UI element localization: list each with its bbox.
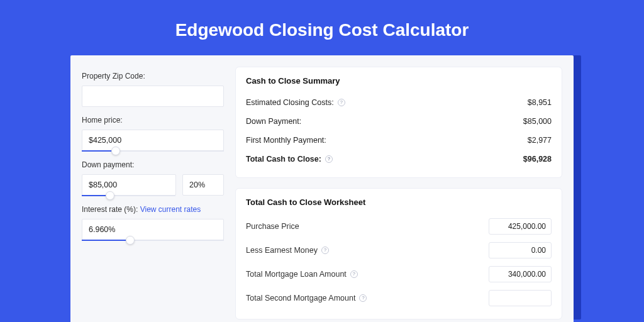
worksheet-row-input[interactable]	[489, 290, 552, 306]
worksheet-row-label: Total Mortgage Loan Amount	[246, 270, 347, 279]
summary-title: Cash to Close Summary	[246, 76, 552, 86]
zip-field: Property Zip Code:	[82, 72, 224, 107]
worksheet-title: Total Cash to Close Worksheet	[246, 197, 552, 207]
worksheet-row-purchase-price: Purchase Price	[246, 214, 552, 238]
summary-card: Cash to Close Summary Estimated Closing …	[235, 67, 562, 178]
down-payment-label: Down payment:	[82, 160, 224, 169]
zip-label: Property Zip Code:	[82, 72, 224, 80]
down-payment-field: Down payment:	[82, 160, 224, 196]
down-payment-slider[interactable]	[82, 195, 175, 196]
summary-row-down-payment: Down Payment: $85,000	[246, 112, 552, 131]
slider-progress	[82, 240, 130, 241]
interest-rate-slider[interactable]	[82, 240, 224, 241]
help-icon[interactable]: ?	[325, 155, 333, 163]
summary-row-value: $2,977	[528, 136, 552, 145]
worksheet-card: Total Cash to Close Worksheet Purchase P…	[235, 188, 562, 319]
summary-row-label: Down Payment:	[246, 117, 301, 126]
home-price-slider[interactable]	[82, 150, 224, 152]
worksheet-row-earnest-money: Less Earnest Money ?	[246, 238, 552, 262]
home-price-field: Home price:	[82, 116, 224, 152]
worksheet-row-input[interactable]	[489, 242, 552, 258]
help-icon[interactable]: ?	[359, 294, 367, 302]
slider-thumb[interactable]	[106, 191, 114, 200]
help-icon[interactable]: ?	[350, 270, 358, 278]
home-price-input[interactable]	[82, 130, 224, 151]
slider-thumb[interactable]	[111, 147, 120, 155]
home-price-label: Home price:	[82, 116, 224, 125]
summary-row-label: Total Cash to Close:	[246, 155, 321, 164]
interest-rate-label-text: Interest rate (%):	[82, 205, 138, 214]
summary-row-value: $85,000	[523, 117, 552, 126]
slider-progress	[82, 150, 116, 152]
summary-row-first-payment: First Monthly Payment: $2,977	[246, 131, 552, 150]
page-title: Edgewood Closing Cost Calculator	[0, 0, 644, 55]
summary-row-value: $8,951	[528, 98, 552, 107]
summary-column: Cash to Close Summary Estimated Closing …	[235, 67, 562, 319]
summary-row-total: Total Cash to Close: ? $96,928	[246, 150, 552, 169]
down-payment-pct-input[interactable]	[182, 174, 224, 196]
calculator-wrapper: Property Zip Code: Home price: Down paym…	[70, 55, 574, 322]
worksheet-row-label: Purchase Price	[246, 222, 299, 231]
interest-rate-field: Interest rate (%): View current rates	[82, 205, 224, 241]
help-icon[interactable]: ?	[338, 99, 345, 106]
worksheet-row-label: Less Earnest Money	[246, 246, 318, 255]
help-icon[interactable]: ?	[321, 247, 329, 254]
view-rates-link[interactable]: View current rates	[140, 205, 201, 214]
summary-row-closing-costs: Estimated Closing Costs: ? $8,951	[246, 93, 552, 112]
worksheet-row-mortgage-loan: Total Mortgage Loan Amount ?	[246, 262, 552, 286]
zip-input[interactable]	[82, 86, 224, 107]
interest-rate-label: Interest rate (%): View current rates	[82, 205, 224, 214]
summary-row-label: Estimated Closing Costs:	[246, 98, 334, 107]
interest-rate-input[interactable]	[82, 219, 224, 240]
slider-thumb[interactable]	[126, 236, 135, 245]
worksheet-row-second-mortgage: Total Second Mortgage Amount ?	[246, 286, 552, 310]
worksheet-row-label: Total Second Mortgage Amount	[246, 294, 355, 303]
worksheet-row-input[interactable]	[489, 266, 552, 282]
inputs-column: Property Zip Code: Home price: Down paym…	[82, 67, 224, 319]
calculator-card: Property Zip Code: Home price: Down paym…	[70, 55, 574, 322]
worksheet-row-input[interactable]	[489, 218, 552, 235]
summary-row-value: $96,928	[523, 155, 552, 164]
down-payment-input[interactable]	[82, 174, 176, 196]
summary-row-label: First Monthly Payment:	[246, 136, 326, 145]
